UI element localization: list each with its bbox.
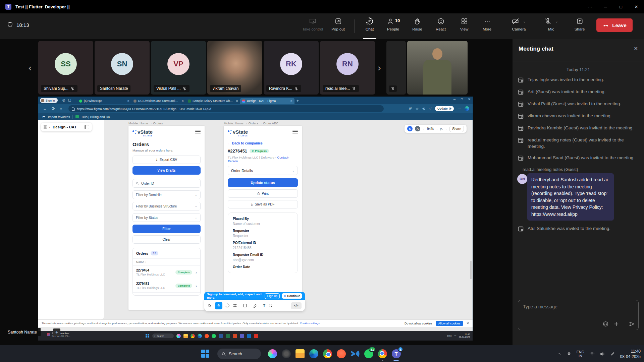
mini-edge-icon[interactable] [198,334,202,338]
taskbar-clock[interactable]: 11:4008-04-2025 [620,349,641,359]
figma-share-button[interactable]: Share [449,126,464,132]
zoom-level[interactable]: 94% [427,127,434,131]
mini-whatsapp-icon[interactable] [212,334,216,338]
capture-app-icon[interactable] [281,348,291,359]
chevron-right-icon[interactable]: › [196,284,197,288]
camera-button[interactable]: ⌄ Camera [505,17,533,31]
print-button[interactable]: ⎙Print [228,189,298,198]
signup-button[interactable]: Sign up [265,293,280,299]
column-header[interactable]: Name ↓ [133,258,200,265]
collaborator-avatar[interactable]: A [415,126,420,131]
view-drafts-button[interactable]: View Drafts [132,166,201,175]
clear-button[interactable]: Clear [132,235,201,244]
participant-tile[interactable]: RN read.ai mee... [320,41,375,95]
cookie-close-icon[interactable]: ✕ [467,321,469,325]
export-csv-button[interactable]: ⤓ Export CSV [132,156,201,164]
edge-profile-icon[interactable] [465,106,469,111]
browser-profile-button[interactable]: Sign in [40,98,58,103]
toggle-panel-icon[interactable] [85,125,89,129]
mini-folder-icon[interactable] [183,334,188,338]
tab-close-icon[interactable]: ✕ [127,100,129,103]
meet-app-icon[interactable] [377,348,388,359]
tiles-scroll-right-icon[interactable]: › [378,63,381,73]
mini-outlook-icon[interactable] [247,334,251,338]
send-icon[interactable] [629,321,635,327]
chevron-down-icon[interactable]: ⌄ [258,304,260,307]
more-button[interactable]: More [475,17,499,31]
order-row[interactable]: 2279451 TL Flex Holdings LLC Complete › [133,279,200,292]
message-input[interactable] [522,304,620,310]
hand-tool-icon[interactable] [215,302,222,309]
hamburger-icon[interactable] [292,130,298,134]
mini-word-icon[interactable] [219,334,223,338]
figma-frame-orders[interactable]: vState FILINGS Orders Manage all your or… [128,126,205,310]
chrome-app-icon[interactable] [322,348,333,359]
deny-cookies-link[interactable]: Do not allow cookies [405,322,432,325]
address-field[interactable]: https://www.figma.com/design/9BKQ0FOHRWa… [68,105,384,112]
people-button[interactable]: 10 People [381,17,405,31]
raise-hand-button[interactable]: Raise [405,17,429,31]
hidden-icons-chevron[interactable] [557,352,561,356]
browser-maximize-icon[interactable]: □ [461,98,463,101]
play-chevron-icon[interactable]: ⌄ [445,127,447,130]
components-tool-icon[interactable] [268,303,273,308]
participant-tile-video[interactable]: vikram chavan [207,41,262,95]
pop-out-button[interactable]: Pop out [326,17,350,31]
figma-doc-pill[interactable]: ⌄ Design - UAT [41,123,92,131]
filter-button[interactable]: Filter [132,225,201,233]
hamburger-icon[interactable] [195,130,201,134]
tab-close-icon[interactable]: ✕ [290,100,292,103]
close-button[interactable]: ✕ [629,0,644,13]
brave-app-icon[interactable] [336,348,346,359]
order-id-input[interactable]: Order ID [132,179,201,188]
tray-mic-icon[interactable] [567,351,572,356]
import-favorites-link[interactable]: Import favorites [48,115,70,119]
bills-bookmark-link[interactable]: Bills | Billing and Co... [82,115,112,119]
mini-copilot-icon[interactable] [176,334,181,338]
copilot-app-icon[interactable] [267,348,278,359]
frame-label[interactable]: Mobile: Home → Orders → Order ABC [224,121,278,125]
allow-cookies-button[interactable]: Allow all cookies [436,321,463,326]
filter-business-structure-dropdown[interactable]: Filter by Business Structure⌄ [132,202,201,210]
copilot-browser-icon[interactable]: ◎ [62,98,65,102]
collections-icon[interactable]: ⛉ [429,107,431,111]
mini-teams-icon[interactable] [240,334,244,338]
shape-tool-icon[interactable]: ⌄ [243,303,250,308]
refresh-icon[interactable]: ⟳ [52,106,55,111]
browser-tab[interactable]: (6) WhatsApp✕ [77,98,131,104]
participant-tile[interactable]: SN Santosh Narate [95,41,150,95]
taskbar-search-box[interactable]: Search [217,349,261,359]
collaborator-avatar[interactable]: S [407,126,413,131]
spotlight-video-tile[interactable] [407,41,468,95]
participant-tile[interactable]: RK Ravindra K... [264,41,319,95]
chat-close-icon[interactable]: ✕ [634,46,638,52]
tab-actions-icon[interactable]: ▢ [68,98,71,102]
prototype-play-icon[interactable]: ▷ [440,127,443,131]
view-button[interactable]: View [452,17,476,31]
tab-close-icon[interactable]: ✕ [236,100,238,103]
window-more-button[interactable]: ⋯ [582,0,598,13]
mini-search-box[interactable]: ⌕ Search [152,334,174,338]
order-details-select[interactable]: Order Details⌄ [228,166,298,175]
minimize-button[interactable]: ─ [598,0,613,13]
order-row[interactable]: 2279454 TL Flex Holdings LLC Complete › [133,265,200,279]
save-pdf-button[interactable]: ⤓Save as PDF [228,200,298,208]
home-icon[interactable]: ⌂ [60,106,62,111]
frame-label[interactable]: Mobile: Home → Orders [128,121,163,125]
figma-menu-icon[interactable] [44,125,47,129]
language-indicator[interactable]: ENGIN [577,350,584,358]
canvas-scrollbar[interactable] [470,261,472,279]
emoji-icon[interactable] [602,321,609,327]
new-tab-button[interactable]: + [297,99,299,103]
mini-start-icon[interactable] [146,334,150,338]
zoom-in-overlay-button[interactable]: + [53,328,60,336]
mini-excel-icon[interactable] [226,334,230,338]
doc-chevron-icon[interactable]: ⌄ [49,126,51,128]
mini-acrobat-icon[interactable] [254,334,258,338]
mini-brave-icon[interactable] [205,334,209,338]
mini-system-tray[interactable]: ENG ◠ 11:40 08-04-2025 [447,331,470,341]
browser-update-button[interactable]: Update⟳ [435,106,454,111]
back-link[interactable]: ← Back to companies [228,141,298,145]
edge-app-icon[interactable] [308,348,319,359]
sort-desc-icon[interactable]: ↓ [145,260,147,264]
